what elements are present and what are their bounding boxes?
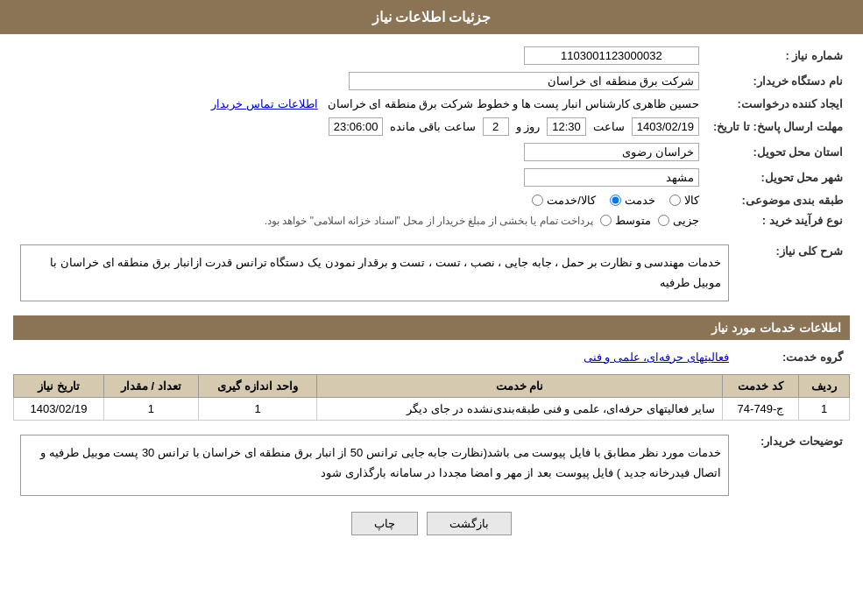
remaining-time-label: ساعت باقی مانده — [390, 120, 475, 133]
purchase-type-row: جزیی متوسط پرداخت تمام یا بخشی از مبلغ خ… — [13, 210, 706, 230]
creator-value: حسین ظاهری کارشناس انبار پست ها و خطوط ش… — [13, 94, 706, 114]
cell-count: 1 — [104, 397, 199, 420]
cell-unit: 1 — [198, 397, 317, 420]
category-kala-khedmat[interactable]: کالا/خدمت — [532, 194, 596, 207]
services-table: ردیف کد خدمت نام خدمت واحد اندازه گیری ت… — [13, 374, 850, 421]
col-date: تاریخ نیاز — [14, 374, 104, 397]
request-number-value: 1103001123000032 — [13, 43, 706, 68]
button-row: بازگشت چاپ — [13, 512, 850, 535]
request-number-label: شماره نیاز : — [706, 43, 850, 68]
purchase-motavasset[interactable]: متوسط — [600, 214, 651, 227]
province-label: استان محل تحویل: — [706, 139, 850, 165]
buyer-org-label: نام دستگاه خریدار: — [706, 68, 850, 94]
response-time: 12:30 — [547, 117, 586, 136]
buyer-notes-label: توضیحات خریدار: — [736, 428, 850, 503]
purchase-type-label: نوع فرآیند خرید : — [706, 210, 850, 230]
category-khedmat[interactable]: خدمت — [610, 194, 655, 207]
cell-code: ج-749-74 — [722, 397, 799, 420]
description-label: شرح کلی نیاز: — [736, 237, 850, 308]
buyer-notes-value: خدمات مورد نظر مطابق با فایل پیوست می با… — [13, 428, 736, 503]
info-table: شماره نیاز : 1103001123000032 نام دستگاه… — [13, 43, 850, 230]
purchase-jozii[interactable]: جزیی — [658, 214, 699, 227]
cell-name: سایر فعالیتهای حرفه‌ای، علمی و فنی طبقه‌… — [317, 397, 722, 420]
page-header: جزئیات اطلاعات نیاز — [0, 0, 863, 34]
service-group-value: فعالیتهای حرفه‌ای، علمی و فنی — [13, 347, 736, 367]
city-label: شهر محل تحویل: — [706, 165, 850, 190]
description-table: شرح کلی نیاز: خدمات مهندسی و نظارت بر حم… — [13, 237, 850, 308]
category-row: کالا خدمت کالا/خدمت — [13, 190, 706, 210]
buyer-description-box: خدمات مورد نظر مطابق با فایل پیوست می با… — [20, 435, 729, 496]
buyer-org-value: شرکت برق منطقه ای خراسان — [13, 68, 706, 94]
col-row: ردیف — [799, 374, 850, 397]
col-code: کد خدمت — [722, 374, 799, 397]
purchase-note: پرداخت تمام یا بخشی از مبلغ خریدار از مح… — [265, 215, 593, 227]
province-value: خراسان رضوی — [13, 139, 706, 165]
back-button[interactable]: بازگشت — [427, 512, 512, 535]
creator-link[interactable]: اطلاعات تماس خریدار — [211, 97, 317, 110]
buyer-notes-table: توضیحات خریدار: خدمات مورد نظر مطابق با … — [13, 428, 850, 503]
response-day-label: روز و — [516, 120, 541, 133]
response-deadline-label: مهلت ارسال پاسخ: تا تاریخ: — [706, 114, 850, 139]
print-button[interactable]: چاپ — [351, 512, 418, 535]
creator-label: ایجاد کننده درخواست: — [706, 94, 850, 114]
service-group-table: گروه خدمت: فعالیتهای حرفه‌ای، علمی و فنی — [13, 347, 850, 367]
response-time-label: ساعت — [593, 120, 625, 133]
remaining-time: 23:06:00 — [329, 117, 384, 136]
services-section-header: اطلاعات خدمات مورد نیاز — [13, 315, 850, 340]
category-kala[interactable]: کالا — [669, 194, 699, 207]
category-label: طبقه بندی موضوعی: — [706, 190, 850, 210]
col-unit: واحد اندازه گیری — [198, 374, 317, 397]
city-value: مشهد — [13, 165, 706, 190]
description-value: خدمات مهندسی و نظارت بر حمل ، جابه جایی … — [13, 237, 736, 308]
service-group-label: گروه خدمت: — [736, 347, 850, 367]
col-count: تعداد / مقدار — [104, 374, 199, 397]
response-date: 1403/02/19 — [632, 117, 699, 136]
table-row: 1 ج-749-74 سایر فعالیتهای حرفه‌ای، علمی … — [14, 397, 850, 420]
response-days: 2 — [483, 117, 509, 136]
cell-date: 1403/02/19 — [14, 397, 104, 420]
page-title: جزئیات اطلاعات نیاز — [372, 10, 492, 25]
cell-row: 1 — [799, 397, 850, 420]
response-deadline-row: 1403/02/19 ساعت 12:30 روز و 2 ساعت باقی … — [13, 114, 706, 139]
col-name: نام خدمت — [317, 374, 722, 397]
description-box: خدمات مهندسی و نظارت بر حمل ، جابه جایی … — [20, 244, 729, 301]
